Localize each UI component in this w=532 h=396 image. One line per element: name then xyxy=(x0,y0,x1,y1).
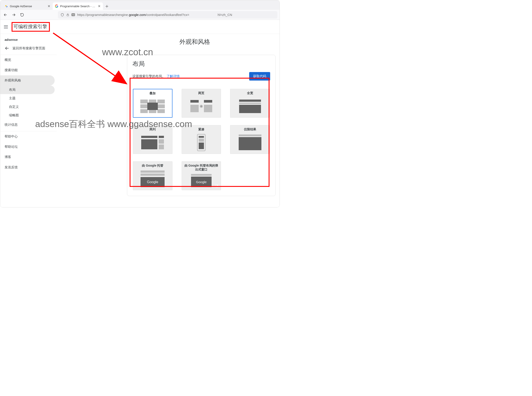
svg-rect-31 xyxy=(159,136,164,138)
layout-option-two-column[interactable]: 两列 xyxy=(133,125,173,154)
svg-rect-27 xyxy=(239,99,261,102)
svg-rect-34 xyxy=(159,145,164,149)
permission-badge-icon: ≡o xyxy=(72,13,75,16)
sidebar-item-search-features[interactable]: 搜索功能 xyxy=(0,65,55,75)
tab-title: Programmable Search - Loo xyxy=(60,5,96,8)
sidebar-sub-theme[interactable]: 主题 xyxy=(0,94,55,103)
browser-toolbar: ≡o https://programmablesearchengine.goog… xyxy=(0,10,280,20)
svg-rect-21 xyxy=(147,103,158,110)
svg-rect-41 xyxy=(141,170,165,173)
layout-option-label: 紧凑 xyxy=(198,128,204,131)
svg-rect-28 xyxy=(239,103,261,104)
svg-rect-18 xyxy=(140,109,148,113)
sidebar-item-stats[interactable]: 统计信息 xyxy=(0,120,55,130)
layout-card-section: 布局 设置搜索引擎的布局。了解详情 获取代码 叠加 xyxy=(127,55,276,196)
svg-rect-32 xyxy=(141,139,157,149)
sidebar-item-help-center[interactable]: 帮助中心 xyxy=(0,131,55,142)
svg-rect-36 xyxy=(199,136,204,138)
layout-options-grid: 叠加 两页 xyxy=(132,88,270,191)
layout-option-overlay[interactable]: 叠加 xyxy=(133,89,173,118)
layout-option-label: 由 Google 托管布局的弹出式窗口 xyxy=(185,164,218,171)
browser-tab-strip: Google AdSense Programmable Search - Loo xyxy=(0,0,280,10)
page-heading: 外观和风格 xyxy=(57,34,280,48)
svg-rect-15 xyxy=(157,99,165,104)
layout-thumb-icon xyxy=(185,97,218,116)
svg-rect-37 xyxy=(199,139,204,142)
url-bar[interactable]: ≡o https://programmablesearchengine.goog… xyxy=(58,11,277,18)
svg-rect-40 xyxy=(239,137,261,150)
svg-rect-13 xyxy=(140,99,148,104)
layout-option-google-hosted-popup[interactable]: 由 Google 托管布局的弹出式窗口 Google xyxy=(182,161,221,190)
nav-back-button[interactable] xyxy=(2,12,9,18)
app-header: 可编程搜索引擎 xyxy=(0,20,280,34)
layout-thumb-icon xyxy=(136,97,169,116)
popout-icon xyxy=(215,184,219,188)
layout-option-compact[interactable]: 紧凑 xyxy=(182,125,221,154)
layout-thumb-icon: Google xyxy=(136,169,170,188)
svg-rect-17 xyxy=(157,104,165,108)
svg-rect-38 xyxy=(199,143,204,149)
tab-close-icon[interactable] xyxy=(48,5,50,8)
layout-thumb-icon xyxy=(136,133,170,152)
arrow-left-icon xyxy=(5,46,9,51)
layout-option-label: 两页 xyxy=(198,91,204,95)
svg-rect-23 xyxy=(204,100,212,103)
svg-rect-25 xyxy=(204,105,212,112)
layout-option-label: 全宽 xyxy=(247,91,253,95)
svg-text:Google: Google xyxy=(147,180,158,184)
app-title: 可编程搜索引擎 xyxy=(13,24,47,29)
shield-icon xyxy=(60,13,64,17)
layout-option-label: 叠加 xyxy=(149,92,156,95)
nav-forward-button[interactable] xyxy=(11,12,17,18)
svg-rect-39 xyxy=(239,134,261,136)
svg-rect-30 xyxy=(141,136,157,138)
sidebar: adsense 返回所有搜索引擎页面 概览 搜索功能 外观和风格 布局 主题 自… xyxy=(0,34,57,207)
layout-option-results-only[interactable]: 仅限结果 xyxy=(230,125,270,154)
sidebar-back-link[interactable]: 返回所有搜索引擎页面 xyxy=(0,44,57,55)
sidebar-item-blog[interactable]: 博客 xyxy=(0,152,55,162)
layout-thumb-icon xyxy=(233,97,267,116)
nav-reload-button[interactable] xyxy=(19,12,25,18)
layout-option-label: 由 Google 托管 xyxy=(142,164,163,168)
section-title: 布局 xyxy=(132,60,270,68)
layout-thumb-icon xyxy=(185,133,218,152)
sidebar-back-label: 返回所有搜索引擎页面 xyxy=(12,46,45,50)
url-text: https://programmablesearchengine.google.… xyxy=(77,13,275,17)
sidebar-sub-customize[interactable]: 自定义 xyxy=(0,103,55,111)
sidebar-sub-layout[interactable]: 布局 xyxy=(0,86,55,94)
layout-thumb-icon xyxy=(233,133,267,152)
svg-rect-8 xyxy=(67,15,69,16)
svg-rect-24 xyxy=(190,105,199,112)
svg-rect-33 xyxy=(159,139,164,144)
svg-rect-45 xyxy=(191,174,212,176)
page-content-area: 可编程搜索引擎 adsense 返回所有搜索引擎页面 概览 搜索功能 外观和风格… xyxy=(0,20,280,207)
layout-option-google-hosted[interactable]: 由 Google 托管 Google xyxy=(133,161,173,190)
layout-option-two-page[interactable]: 两页 xyxy=(182,89,221,118)
new-tab-button[interactable] xyxy=(104,3,110,9)
get-code-button[interactable]: 获取代码 xyxy=(249,72,270,81)
google-favicon-icon xyxy=(55,4,58,8)
svg-rect-16 xyxy=(140,104,148,108)
adsense-favicon-icon xyxy=(5,4,8,8)
lock-icon xyxy=(66,13,69,16)
svg-rect-22 xyxy=(190,100,199,103)
browser-tab-pse[interactable]: Programmable Search - Loo xyxy=(53,2,103,10)
learn-more-link[interactable]: 了解详情 xyxy=(167,74,180,78)
hamburger-menu-icon[interactable] xyxy=(3,24,9,29)
layout-thumb-icon: Google xyxy=(185,173,218,188)
main-panel: 外观和风格 布局 设置搜索引擎的布局。了解详情 获取代码 叠加 xyxy=(57,34,280,207)
engine-name-label: adsense xyxy=(0,36,57,44)
svg-rect-20 xyxy=(157,109,165,113)
svg-text:Google: Google xyxy=(196,180,207,184)
svg-rect-29 xyxy=(239,105,261,113)
layout-option-label: 仅限结果 xyxy=(244,128,256,131)
sidebar-item-feedback[interactable]: 发送反馈 xyxy=(0,162,55,172)
tab-close-icon[interactable] xyxy=(98,5,101,8)
browser-tab-adsense[interactable]: Google AdSense xyxy=(2,2,53,10)
sidebar-item-overview[interactable]: 概览 xyxy=(0,55,55,65)
sidebar-sub-thumbnail[interactable]: 缩略图 xyxy=(0,111,55,120)
sidebar-item-help-forum[interactable]: 帮助论坛 xyxy=(0,142,55,152)
sidebar-item-look-and-feel[interactable]: 外观和风格 xyxy=(0,75,55,86)
layout-option-full-width[interactable]: 全宽 xyxy=(230,89,270,118)
annotation-highlight-box: 可编程搜索引擎 xyxy=(12,22,50,32)
